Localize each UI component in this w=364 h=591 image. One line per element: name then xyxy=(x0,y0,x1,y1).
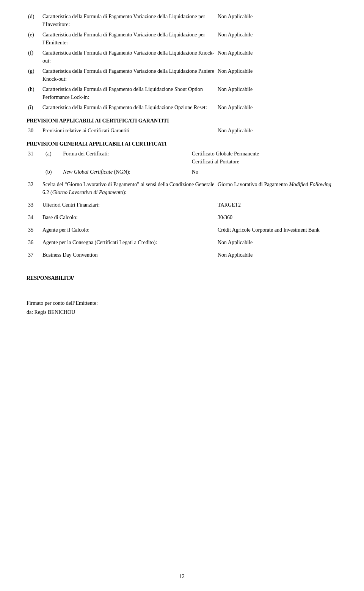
row-34-value: 30/360 xyxy=(216,212,337,223)
row-33-desc: Ulteriori Centri Finanziari: xyxy=(41,200,216,210)
table-row: 36 Agente per la Consegna (Certificati L… xyxy=(27,237,337,248)
row-e-desc: Caratteristica della Formula di Pagament… xyxy=(41,30,216,48)
row-g-desc: Caratteristica della Formula di Pagament… xyxy=(41,66,216,84)
row-31-num: 31 xyxy=(27,149,44,167)
table-row: (g) Caratteristica della Formula di Paga… xyxy=(27,66,337,84)
row-37-value: Non Applicabile xyxy=(216,250,337,260)
da-text: da: Regis BENICHOU xyxy=(27,309,337,315)
table-row: (e) Caratteristica della Formula di Paga… xyxy=(27,30,337,48)
table-row: (b) New Global Certificate (NGN): No xyxy=(27,167,337,177)
table-row: (h) Caratteristica della Formula di Paga… xyxy=(27,84,337,102)
table-row: 34 Base di Calcolo: 30/360 xyxy=(27,212,337,223)
row-37-num: 37 xyxy=(27,250,41,260)
sign-section: Firmato per conto dell’Emittente: da: Re… xyxy=(27,300,337,315)
firmato-text: Firmato per conto dell’Emittente: xyxy=(27,300,337,306)
row-32-value: Giorno Lavorativo di Pagamento Modified … xyxy=(216,179,337,198)
row-31-value-a1: Certificato Globale Permanente xyxy=(192,151,259,157)
row-31-value-a: Certificato Globale Permanente Certifica… xyxy=(190,149,337,167)
row-33-num: 33 xyxy=(27,200,41,210)
table-row: (d) Caratteristica della Formula di Paga… xyxy=(27,11,337,30)
row-30-desc: Previsioni relative ai Certificati Garan… xyxy=(41,125,216,136)
row-f-value: Non Applicabile xyxy=(216,48,337,66)
row-e-value: Non Applicabile xyxy=(216,30,337,48)
row-h-value: Non Applicabile xyxy=(216,84,337,102)
row-h-num: (h) xyxy=(27,84,41,102)
row-36-table: 36 Agente per la Consegna (Certificati L… xyxy=(27,237,337,248)
table-row: 37 Business Day Convention Non Applicabi… xyxy=(27,250,337,260)
row-33-table: 33 Ulteriori Centri Finanziari: TARGET2 xyxy=(27,200,337,210)
row-36-desc: Agente per la Consegna (Certificati Lega… xyxy=(41,237,216,248)
row-32-num: 32 xyxy=(27,179,41,198)
row-32-modified-following: Modified Following xyxy=(289,182,331,187)
row-g-num: (g) xyxy=(27,66,41,84)
row-i-desc: Caratteristica della Formula di Pagament… xyxy=(41,102,216,113)
row-d-value: Non Applicabile xyxy=(216,11,337,30)
table-row: 31 (a) Forma dei Certificati: Certificat… xyxy=(27,149,337,167)
row-33-value: TARGET2 xyxy=(216,200,337,210)
table-row: 32 Scelta del “Giorno Lavorativo di Paga… xyxy=(27,179,337,198)
row-36-value: Non Applicabile xyxy=(216,237,337,248)
row-e-num: (e) xyxy=(27,30,41,48)
row-f-num: (f) xyxy=(27,48,41,66)
row-30-table: 30 Previsioni relative ai Certificati Ga… xyxy=(27,125,337,136)
row-30-num: 30 xyxy=(27,125,41,136)
row-31-ngn-italic: New Global Certificate xyxy=(63,169,113,175)
table-row: 30 Previsioni relative ai Certificati Ga… xyxy=(27,125,337,136)
row-i-num: (i) xyxy=(27,102,41,113)
responsabilita-title: RESPONSABILITA’ xyxy=(27,275,337,281)
section-header-1: PREVISIONI APPLICABILI AI CERTIFICATI GA… xyxy=(27,115,337,125)
table-row: 33 Ulteriori Centri Finanziari: TARGET2 xyxy=(27,200,337,210)
row-i-value: Non Applicabile xyxy=(216,102,337,113)
page-number: 12 xyxy=(179,574,185,580)
row-35-table: 35 Agente per il Calcolo: Crédit Agricol… xyxy=(27,225,337,235)
row-32-table: 32 Scelta del “Giorno Lavorativo di Paga… xyxy=(27,179,337,198)
table-row: (f) Caratteristica della Formula di Paga… xyxy=(27,48,337,66)
row-35-desc: Agente per il Calcolo: xyxy=(41,225,216,235)
row-g-value: Non Applicabile xyxy=(216,66,337,84)
row-34-desc: Base di Calcolo: xyxy=(41,212,216,223)
row-37-table: 37 Business Day Convention Non Applicabi… xyxy=(27,250,337,260)
row-31-desc-a: Forma dei Certificati: xyxy=(61,149,190,167)
row-31-table: 31 (a) Forma dei Certificati: Certificat… xyxy=(27,149,337,177)
row-35-value: Crédit Agricole Corporate and Investment… xyxy=(216,225,337,235)
row-31-label-b: (b) xyxy=(44,167,61,177)
table-row: (i) Caratteristica della Formula di Paga… xyxy=(27,102,337,113)
row-30-value: Non Applicabile xyxy=(216,125,337,136)
row-34-num: 34 xyxy=(27,212,41,223)
row-31-desc-b: New Global Certificate (NGN): xyxy=(61,167,190,177)
row-34-table: 34 Base di Calcolo: 30/360 xyxy=(27,212,337,223)
row-36-num: 36 xyxy=(27,237,41,248)
row-d-num: (d) xyxy=(27,11,41,30)
row-d-desc: Caratteristica della Formula di Pagament… xyxy=(41,11,216,30)
row-37-desc: Business Day Convention xyxy=(41,250,216,260)
page: (d) Caratteristica della Formula di Paga… xyxy=(0,0,364,591)
top-rows-table: (d) Caratteristica della Formula di Paga… xyxy=(27,11,337,113)
row-31-label-a: (a) xyxy=(44,149,61,167)
row-31b-empty xyxy=(27,167,44,177)
row-31-value-a2: Certificati al Portatore xyxy=(192,159,239,165)
row-32-desc: Scelta del “Giorno Lavorativo di Pagamen… xyxy=(41,179,216,198)
table-row: 35 Agente per il Calcolo: Crédit Agricol… xyxy=(27,225,337,235)
row-31-value-b: No xyxy=(190,167,337,177)
row-h-desc: Caratteristica della Formula di Pagament… xyxy=(41,84,216,102)
section-header-2: PREVISIONI GENERALI APPLICABILI AI CERTI… xyxy=(27,138,337,149)
row-f-desc: Caratteristica della Formula di Pagament… xyxy=(41,48,216,66)
row-35-num: 35 xyxy=(27,225,41,235)
responsabilita-section: RESPONSABILITA’ Firmato per conto dell’E… xyxy=(27,275,337,315)
